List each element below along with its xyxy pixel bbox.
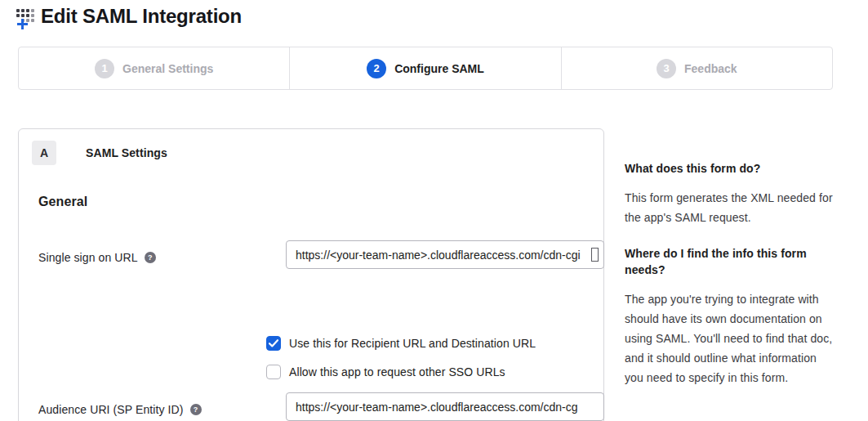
page-title: Edit SAML Integration [41, 5, 242, 28]
other-sso-checkbox-row[interactable]: Allow this app to request other SSO URLs [266, 365, 505, 379]
page-header: Edit SAML Integration [16, 5, 242, 28]
help-section-where: Where do I find the info this form needs… [625, 245, 834, 387]
audience-uri-label: Audience URI (SP Entity ID) [38, 403, 184, 416]
section-a-badge: A [32, 141, 56, 165]
step-3-number: 3 [657, 59, 676, 78]
sso-url-help-icon[interactable]: ? [145, 252, 156, 263]
saml-settings-panel: A SAML Settings General Single sign on U… [18, 128, 604, 421]
text-cursor [591, 248, 599, 262]
audience-uri-input[interactable]: https://<your-team-name>.cloudflareacces… [286, 392, 604, 421]
panel-title: SAML Settings [86, 146, 167, 159]
step-2-number: 2 [367, 59, 386, 78]
wizard-stepper: 1 General Settings 2 Configure SAML 3 Fe… [18, 47, 833, 90]
step-2-label: Configure SAML [394, 62, 484, 75]
app-grid-plus-icon [16, 7, 38, 26]
recipient-url-checkbox-row[interactable]: Use this for Recipient URL and Destinati… [266, 336, 536, 351]
help-sidebar: What does this form do? This form genera… [625, 160, 834, 405]
recipient-url-checkbox-label: Use this for Recipient URL and Destinati… [289, 337, 536, 350]
audience-uri-help-icon[interactable]: ? [190, 404, 202, 415]
other-sso-checkbox[interactable] [266, 365, 281, 379]
help-heading-what: What does this form do? [625, 160, 834, 177]
step-1-label: General Settings [122, 62, 213, 75]
step-feedback[interactable]: 3 Feedback [561, 47, 832, 89]
other-sso-checkbox-label: Allow this app to request other SSO URLs [289, 365, 505, 378]
help-body-what: This form generates the XML needed for t… [625, 188, 834, 227]
help-body-where: The app you're trying to integrate with … [625, 289, 834, 387]
recipient-url-checkbox[interactable] [266, 336, 281, 351]
sso-url-label: Single sign on URL [38, 251, 138, 264]
sso-url-input[interactable]: https://<your-team-name>.cloudflareacces… [286, 240, 604, 269]
help-heading-where: Where do I find the info this form needs… [625, 245, 834, 278]
step-3-label: Feedback [684, 62, 737, 75]
general-section-heading: General [38, 195, 603, 209]
step-1-number: 1 [95, 59, 114, 78]
step-configure-saml[interactable]: 2 Configure SAML [289, 47, 560, 89]
step-general-settings[interactable]: 1 General Settings [19, 47, 289, 89]
help-section-what: What does this form do? This form genera… [625, 160, 834, 227]
panel-header: A SAML Settings [19, 129, 603, 173]
